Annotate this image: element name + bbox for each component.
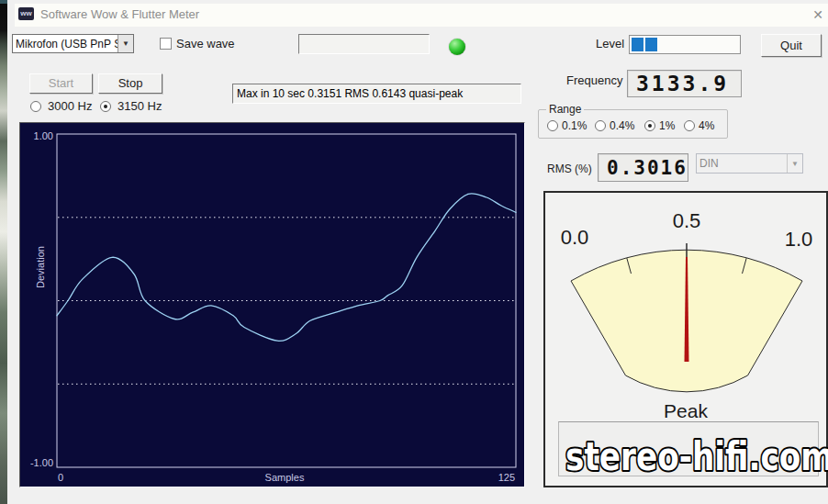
rms-display: 0.3016 bbox=[598, 153, 688, 182]
chart-gridlines bbox=[58, 218, 515, 384]
weighting-value: DIN bbox=[697, 157, 787, 170]
weighting-combobox[interactable]: DIN ▼ bbox=[696, 153, 803, 174]
input-device-value: Mikrofon (USB PnP Sou bbox=[13, 38, 117, 50]
radio-3000hz-label: 3000 Hz bbox=[48, 99, 92, 113]
radio-range-1-label: 1% bbox=[659, 119, 675, 132]
save-wave-label: Save wave bbox=[176, 37, 235, 50]
status-text: Max in 10 sec 0.3151 RMS 0.6143 quasi-pe… bbox=[237, 87, 463, 100]
radio-3150hz-label: 3150 Hz bbox=[117, 99, 162, 113]
radio-range-0_1[interactable] bbox=[547, 120, 558, 131]
level-chunk bbox=[632, 38, 643, 51]
titlebar[interactable]: ww Software Wow & Flutter Meter ✕ bbox=[15, 4, 828, 27]
ytick-max: 1.00 bbox=[34, 130, 53, 141]
radio-range-4-label: 4% bbox=[699, 119, 714, 132]
level-chunk bbox=[645, 38, 657, 51]
xtick-max: 125 bbox=[498, 472, 515, 483]
radio-range-0_1-label: 0.1% bbox=[562, 119, 587, 132]
stop-button[interactable]: Stop bbox=[98, 73, 162, 94]
radio-range-1[interactable] bbox=[644, 120, 655, 131]
desktop-background-strip bbox=[0, 0, 7, 504]
chevron-down-icon: ▼ bbox=[787, 154, 802, 173]
watermark: stereo-hifi.com bbox=[564, 431, 828, 479]
watermark-text: stereo-hifi.com bbox=[565, 434, 828, 479]
status-box: Max in 10 sec 0.3151 RMS 0.6143 quasi-pe… bbox=[232, 84, 521, 104]
close-button[interactable]: ✕ bbox=[810, 6, 826, 23]
level-label: Level bbox=[596, 37, 624, 50]
meter-svg: 0.0 0.5 1.0 bbox=[545, 193, 826, 404]
deviation-chart: 1.00 -1.00 Deviation 0 Samples 125 bbox=[19, 122, 525, 487]
meter-scale-05: 0.5 bbox=[673, 209, 701, 232]
frequency-label: Frequency bbox=[566, 73, 622, 87]
ytick-min: -1.00 bbox=[30, 457, 53, 468]
rms-label: RMS (%) bbox=[547, 162, 592, 175]
app-icon: ww bbox=[18, 7, 34, 20]
radio-3000hz[interactable] bbox=[30, 101, 41, 112]
app-window: ww Software Wow & Flutter Meter ✕ Mikrof… bbox=[7, 0, 828, 504]
window-title: Software Wow & Flutter Meter bbox=[40, 7, 199, 21]
y-axis-label: Deviation bbox=[35, 246, 46, 288]
start-button[interactable]: Start bbox=[29, 73, 93, 94]
waveform-path bbox=[57, 194, 516, 342]
peak-label: Peak bbox=[545, 400, 826, 422]
chevron-down-icon[interactable]: ▼ bbox=[117, 35, 133, 52]
chart-svg: 1.00 -1.00 Deviation 0 Samples 125 bbox=[20, 123, 524, 487]
radio-range-0_4[interactable] bbox=[595, 120, 606, 131]
range-label: Range bbox=[546, 103, 584, 116]
meter-scale-0: 0.0 bbox=[561, 226, 589, 249]
x-axis-label: Samples bbox=[265, 472, 305, 483]
level-progressbar bbox=[629, 35, 741, 54]
plot-frame bbox=[57, 134, 516, 467]
save-wave-checkbox[interactable] bbox=[160, 38, 172, 50]
xtick-min: 0 bbox=[58, 472, 63, 483]
app-screen: ww Software Wow & Flutter Meter ✕ Mikrof… bbox=[0, 0, 828, 504]
radio-range-4[interactable] bbox=[684, 120, 695, 131]
radio-3150hz[interactable] bbox=[100, 101, 111, 112]
wave-filename-field[interactable] bbox=[298, 34, 430, 54]
input-device-combobox[interactable]: Mikrofon (USB PnP Sou ▼ bbox=[12, 34, 134, 53]
frequency-display: 3133.9 bbox=[627, 70, 742, 97]
radio-range-0_4-label: 0.4% bbox=[610, 119, 634, 132]
signal-led-icon bbox=[449, 39, 465, 55]
meter-scale-1: 1.0 bbox=[785, 228, 813, 251]
quit-button[interactable]: Quit bbox=[761, 34, 822, 57]
